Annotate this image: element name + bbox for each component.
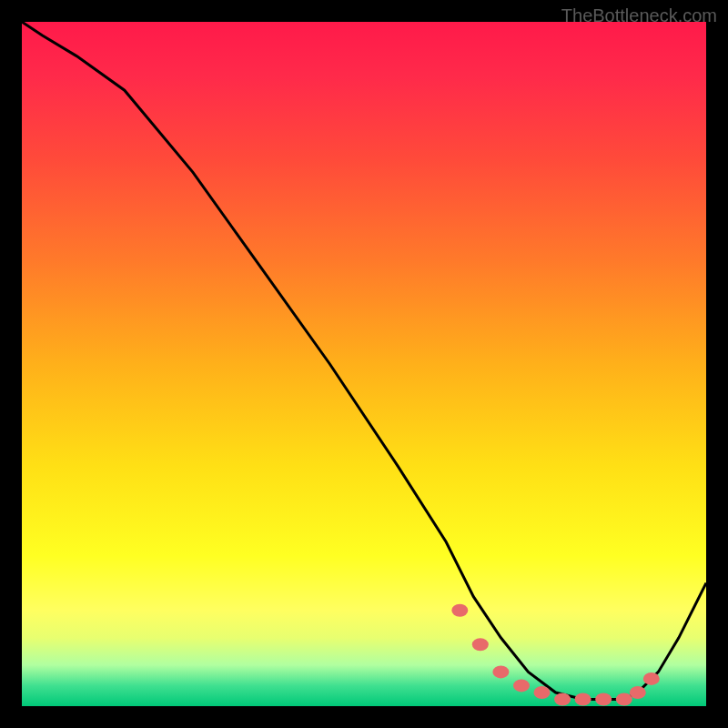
watermark-text: TheBottleneck.com [561, 5, 717, 26]
marker-dot [554, 693, 571, 706]
marker-group [451, 604, 660, 706]
marker-dot [630, 686, 646, 699]
marker-dot [472, 638, 489, 651]
marker-dot [513, 679, 530, 692]
curve-line [22, 22, 706, 700]
marker-dot [451, 604, 468, 617]
marker-dot [492, 665, 509, 678]
marker-dot [643, 672, 660, 685]
chart-container: TheBottleneck.com [0, 0, 728, 728]
marker-dot [575, 693, 592, 706]
marker-dot [616, 693, 632, 706]
chart-svg [22, 22, 706, 706]
marker-dot [595, 693, 612, 706]
marker-dot [534, 686, 551, 699]
plot-area [22, 22, 706, 706]
